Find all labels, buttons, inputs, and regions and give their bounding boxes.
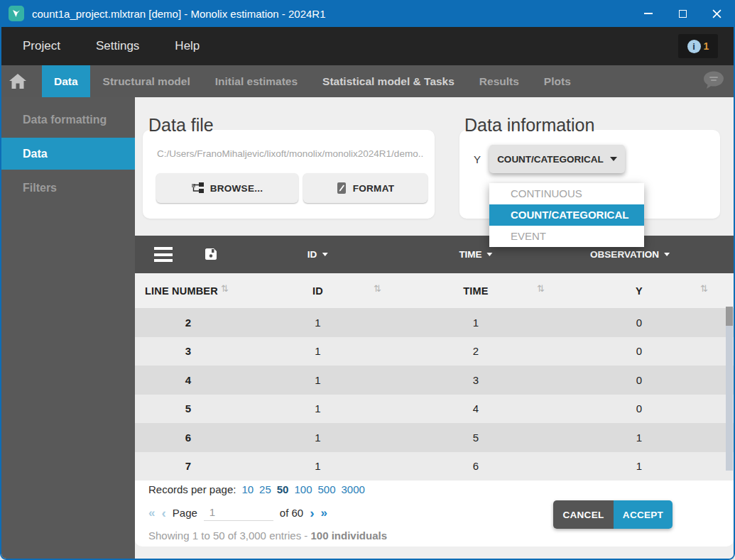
home-button[interactable]	[1, 65, 34, 97]
tab-data[interactable]: Data	[42, 65, 90, 97]
table-cell: 6	[135, 423, 241, 452]
sidebar-item-data-formatting[interactable]: Data formatting	[1, 104, 135, 136]
menu-bar: ProjectSettingsHelp 1	[1, 27, 734, 65]
table-row: 2110	[135, 308, 734, 337]
table-cell: 0	[557, 395, 721, 424]
sidebar-item-data[interactable]: Data	[1, 138, 135, 170]
tab-plots[interactable]: Plots	[532, 65, 583, 97]
table-cell: 1	[394, 308, 557, 337]
records-per-page-500[interactable]: 500	[318, 483, 336, 495]
column-label: ID	[312, 285, 323, 297]
observation-type-dropdown[interactable]: COUNT/CATEGORICAL	[489, 145, 625, 173]
table-cell: 1	[241, 452, 394, 481]
notifications-button[interactable]: 1	[678, 34, 718, 58]
tab-results[interactable]: Results	[467, 65, 531, 97]
monolix-logo-icon	[9, 6, 24, 21]
data-table: LINE NUMBERIDTIMEY 211031204130514061517…	[135, 273, 734, 481]
table-cell: 1	[241, 423, 394, 452]
menu-help[interactable]: Help	[175, 39, 200, 53]
tab-initial-estimates[interactable]: Initial estimates	[203, 65, 310, 97]
records-per-page-50[interactable]: 50	[277, 483, 289, 495]
records-per-page-options: 1025501005003000	[236, 483, 365, 495]
minimize-button[interactable]	[631, 0, 665, 27]
data-file-path: C:/Users/FranoMihaljevic/lixoft/monolix/…	[157, 148, 423, 159]
home-icon	[9, 74, 26, 89]
table-header: LINE NUMBERIDTIMEY	[135, 273, 734, 308]
column-header-id[interactable]: ID	[241, 273, 394, 308]
table-scrollbar[interactable]	[726, 307, 733, 471]
chevron-down-icon	[487, 253, 493, 256]
data-information-title: Data information	[464, 115, 594, 136]
records-per-page-3000[interactable]: 3000	[342, 483, 365, 495]
entries-summary-text: Showing 1 to 50 of 3,000 entries -	[148, 529, 310, 542]
page-label: Page	[173, 507, 197, 519]
records-per-page-100[interactable]: 100	[294, 483, 312, 495]
column-type-label: OBSERVATION	[590, 249, 659, 260]
accept-button[interactable]: ACCEPT	[614, 500, 673, 529]
browse-button[interactable]: BROWSE...	[156, 173, 298, 203]
tab-statistical-model-tasks[interactable]: Statistical model & Tasks	[310, 65, 467, 97]
table-row: 5140	[135, 395, 734, 424]
table-cell: 0	[557, 366, 721, 395]
feedback-button[interactable]	[703, 71, 724, 92]
chevron-down-icon	[322, 253, 327, 256]
tab-structural-model[interactable]: Structural model	[91, 65, 202, 97]
menu-settings[interactable]: Settings	[96, 39, 139, 53]
app-window: count1a_project.mlxtran [demo] - Monolix…	[0, 0, 735, 560]
column-label: LINE NUMBER	[145, 285, 218, 297]
pagination: Page of 60	[148, 504, 327, 521]
table-cell: 1	[241, 395, 394, 424]
column-header-line-number[interactable]: LINE NUMBER	[135, 273, 241, 308]
browse-button-label: BROWSE...	[210, 183, 263, 194]
next-page-button[interactable]	[310, 506, 314, 520]
save-button[interactable]	[205, 248, 217, 263]
logo-glyph	[11, 8, 22, 19]
column-header-y[interactable]: Y	[557, 273, 721, 308]
file-tree-icon	[192, 182, 204, 194]
last-page-button[interactable]	[321, 507, 327, 519]
window-controls	[631, 0, 734, 27]
sort-arrows-icon	[221, 283, 229, 294]
maximize-button[interactable]	[665, 0, 699, 27]
column-label: Y	[636, 285, 643, 297]
tab-bar: DataStructural modelInitial estimatesSta…	[1, 65, 734, 97]
format-button-label: FORMAT	[353, 183, 395, 194]
edit-document-icon	[337, 182, 347, 194]
option-continuous[interactable]: CONTINUOUS	[489, 183, 644, 204]
table-cell: 3	[135, 337, 241, 366]
window-title: count1a_project.mlxtran [demo] - Monolix…	[32, 8, 326, 20]
column-header-time[interactable]: TIME	[394, 273, 557, 308]
format-button[interactable]: FORMAT	[303, 173, 428, 203]
records-per-page-10[interactable]: 10	[241, 483, 254, 495]
close-button[interactable]	[699, 0, 734, 27]
column-type-label: ID	[307, 249, 317, 260]
menu-project[interactable]: Project	[23, 39, 60, 53]
content-area: Data formattingDataFilters Data file Dat…	[1, 97, 734, 559]
option-count-categorical[interactable]: COUNT/CATEGORICAL	[489, 204, 644, 226]
data-file-card: C:/Users/FranoMihaljevic/lixoft/monolix/…	[143, 130, 435, 219]
entries-summary: Showing 1 to 50 of 3,000 entries - 100 i…	[148, 529, 387, 542]
records-per-page-25[interactable]: 25	[259, 483, 271, 495]
table-cell: 7	[135, 452, 241, 481]
column-type-dropdown-id[interactable]: ID	[307, 236, 328, 273]
option-event[interactable]: EVENT	[489, 226, 644, 247]
records-per-page-label: Records per page:	[148, 483, 236, 495]
table-menu-button[interactable]	[154, 247, 173, 262]
first-page-button[interactable]	[148, 507, 155, 519]
column-label: TIME	[463, 285, 488, 297]
table-cell: 1	[241, 308, 394, 337]
page-input[interactable]	[204, 504, 273, 521]
table-cell: 4	[394, 395, 557, 424]
column-type-label: TIME	[459, 249, 481, 260]
observation-type-value: COUNT/CATEGORICAL	[497, 154, 604, 165]
table-cell: 3	[394, 366, 557, 395]
cancel-button[interactable]: CANCEL	[553, 500, 614, 529]
save-icon	[205, 248, 217, 260]
table-cell: 1	[557, 423, 721, 452]
previous-page-button[interactable]	[161, 506, 165, 520]
sidebar-item-filters[interactable]: Filters	[1, 172, 135, 204]
scrollbar-thumb[interactable]	[726, 307, 733, 326]
table-cell: 0	[557, 308, 721, 337]
column-type-dropdown-time[interactable]: TIME	[459, 236, 492, 273]
table-cell: 6	[394, 452, 557, 481]
